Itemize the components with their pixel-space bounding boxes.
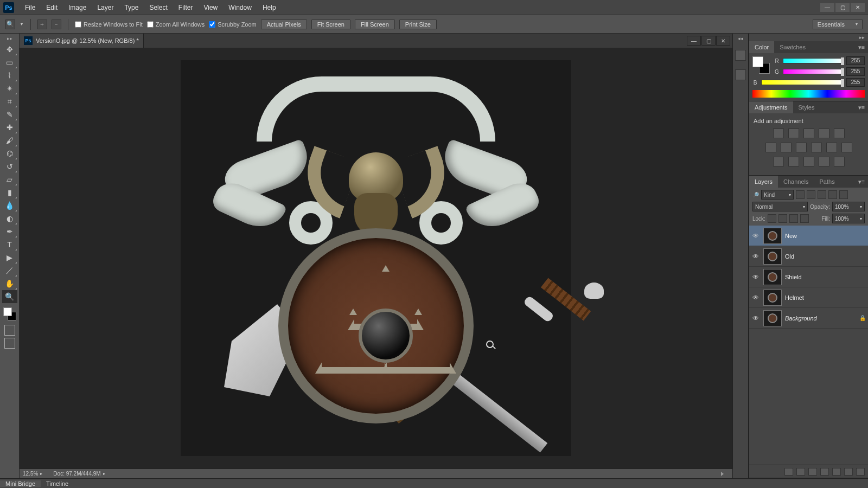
eraser-tool[interactable]: ▱ — [2, 173, 17, 186]
filter-smart-icon[interactable] — [839, 190, 848, 199]
workspace-switcher[interactable]: Essentials ▾ — [813, 20, 863, 29]
layer-row-old[interactable]: 👁Old — [749, 246, 868, 267]
channel-mixer-icon[interactable] — [826, 143, 837, 152]
gradient-tool[interactable]: ▮ — [2, 186, 17, 199]
layer-visibility-icon[interactable]: 👁 — [751, 252, 760, 261]
eyedropper-tool[interactable]: ✎ — [2, 108, 17, 121]
tab-color[interactable]: Color — [749, 41, 774, 53]
new-layer-icon[interactable] — [844, 468, 853, 476]
history-brush-tool[interactable]: ↺ — [2, 160, 17, 173]
layer-row-background[interactable]: 👁Background🔒 — [749, 308, 868, 329]
zoom-all-checkbox[interactable]: Zoom All Windows — [147, 21, 205, 28]
levels-icon[interactable] — [788, 129, 799, 138]
tab-styles[interactable]: Styles — [793, 101, 820, 113]
magic-wand-tool[interactable]: ✴ — [2, 82, 17, 95]
layer-row-helmet[interactable]: 👁Helmet — [749, 287, 868, 308]
fill-field[interactable]: 100%▾ — [832, 214, 865, 223]
vibrance-icon[interactable] — [834, 129, 845, 138]
actual-pixels-button[interactable]: Actual Pixels — [261, 20, 307, 29]
add-mask-icon[interactable] — [808, 468, 817, 476]
layer-thumbnail[interactable] — [763, 290, 782, 306]
gradient-map-icon[interactable] — [819, 157, 829, 166]
lasso-tool[interactable]: ⌇ — [2, 69, 17, 82]
layer-visibility-icon[interactable]: 👁 — [751, 232, 760, 240]
doc-maximize-button[interactable]: ▢ — [701, 36, 716, 46]
status-flyout-icon[interactable] — [721, 472, 724, 476]
quick-mask-icon[interactable] — [4, 325, 15, 336]
layer-name[interactable]: Background — [785, 315, 817, 322]
foreground-color-swatch[interactable] — [3, 307, 12, 316]
tab-swatches[interactable]: Swatches — [774, 41, 811, 53]
layer-name[interactable]: Helmet — [785, 294, 804, 301]
fill-screen-button[interactable]: Fill Screen — [355, 20, 395, 29]
path-select-tool[interactable]: ▶ — [2, 251, 17, 264]
clone-stamp-tool[interactable]: ⌬ — [2, 147, 17, 160]
menu-type[interactable]: Type — [119, 4, 144, 11]
tab-paths[interactable]: Paths — [814, 176, 840, 188]
layer-fx-icon[interactable] — [796, 468, 805, 476]
dock-expand-icon[interactable]: ◂◂ — [738, 36, 743, 41]
color-balance-icon[interactable] — [781, 143, 792, 152]
adjustments-panel-menu-icon[interactable]: ▾≡ — [855, 104, 868, 111]
filter-pixel-icon[interactable] — [796, 190, 805, 199]
crop-tool[interactable]: ⌗ — [2, 95, 17, 108]
color-spectrum[interactable] — [752, 90, 865, 98]
layer-name[interactable]: New — [785, 233, 797, 239]
menu-view[interactable]: View — [198, 4, 223, 11]
pen-tool[interactable]: ✒ — [2, 225, 17, 238]
delete-layer-icon[interactable] — [856, 468, 865, 476]
invert-icon[interactable] — [773, 157, 784, 166]
layer-thumbnail[interactable] — [763, 310, 782, 326]
tools-collapse-icon[interactable]: ▸▸ — [7, 36, 12, 41]
rect-marquee-tool[interactable]: ▭ — [2, 56, 17, 69]
layer-thumbnail[interactable] — [763, 269, 782, 285]
b-value[interactable]: 255 — [846, 78, 865, 87]
filter-shape-icon[interactable] — [828, 190, 837, 199]
move-tool[interactable]: ✥ — [2, 43, 17, 56]
tab-adjustments[interactable]: Adjustments — [749, 101, 793, 113]
lock-pixels-icon[interactable] — [778, 214, 787, 223]
tab-timeline[interactable]: Timeline — [41, 480, 74, 487]
dock-properties-icon[interactable] — [735, 69, 746, 80]
bw-icon[interactable] — [796, 143, 807, 152]
menu-file[interactable]: File — [20, 4, 41, 11]
tool-preset-arrow-icon[interactable]: ▼ — [20, 22, 24, 27]
exposure-icon[interactable] — [819, 129, 829, 138]
window-minimize-button[interactable]: — — [820, 3, 834, 12]
layer-filter-type[interactable]: Kind▾ — [761, 190, 794, 200]
new-fill-adj-icon[interactable] — [820, 468, 829, 476]
doc-minimize-button[interactable]: — — [687, 36, 701, 46]
dock-history-icon[interactable] — [735, 50, 746, 61]
print-size-button[interactable]: Print Size — [399, 20, 437, 29]
tab-layers[interactable]: Layers — [749, 176, 778, 188]
menu-layer[interactable]: Layer — [92, 4, 119, 11]
menu-image[interactable]: Image — [63, 4, 92, 11]
g-slider[interactable] — [783, 69, 843, 74]
posterize-icon[interactable] — [788, 157, 799, 166]
selective-color-icon[interactable] — [834, 157, 845, 166]
document-tab[interactable]: Ps VersionO.jpg @ 12.5% (New, RGB/8) * — [20, 34, 144, 48]
layer-thumbnail[interactable] — [763, 228, 782, 244]
zoom-out-icon[interactable]: － — [52, 20, 61, 29]
b-slider[interactable] — [761, 80, 843, 85]
type-tool[interactable]: T — [2, 238, 17, 251]
brightness-contrast-icon[interactable] — [773, 129, 784, 138]
hand-tool[interactable]: ✋ — [2, 277, 17, 290]
layer-row-new[interactable]: 👁New — [749, 226, 868, 246]
menu-filter[interactable]: Filter — [173, 4, 199, 11]
doc-info-readout[interactable]: Doc: 97.2M/444.9M▸ — [53, 471, 105, 477]
layer-thumbnail[interactable] — [763, 248, 782, 265]
zoom-in-icon[interactable]: ＋ — [37, 20, 47, 29]
foreground-background-colors[interactable] — [2, 306, 17, 322]
color-fg-bg-swatch[interactable] — [752, 56, 770, 74]
blend-mode-dropdown[interactable]: Normal▾ — [752, 202, 808, 211]
r-value[interactable]: 255 — [846, 56, 865, 65]
hue-sat-icon[interactable] — [765, 143, 776, 152]
brush-tool[interactable]: 🖌 — [2, 134, 17, 147]
lock-position-icon[interactable] — [789, 214, 798, 223]
window-close-button[interactable]: ✕ — [851, 3, 865, 12]
layer-row-shield[interactable]: 👁Shield — [749, 267, 868, 287]
color-lookup-icon[interactable] — [841, 143, 852, 152]
filter-adjust-icon[interactable] — [807, 190, 815, 199]
line-tool[interactable]: ／ — [2, 264, 17, 277]
